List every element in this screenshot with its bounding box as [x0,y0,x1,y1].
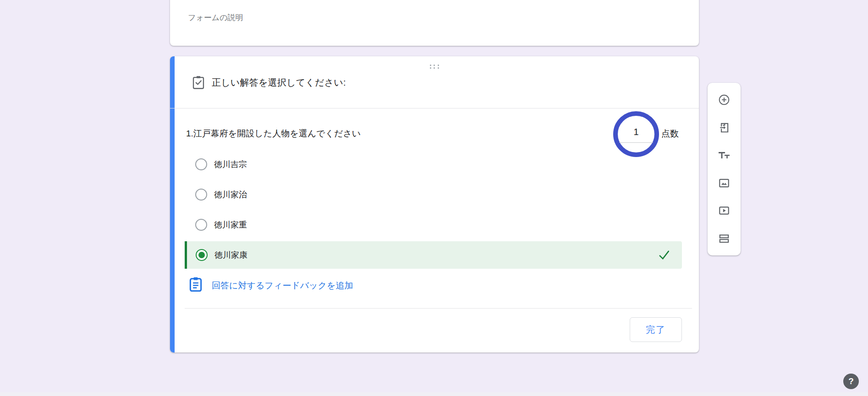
correct-answer-check-icon [658,249,670,261]
add-video-button[interactable] [713,201,735,220]
option-row[interactable]: 徳川吉宗 [185,152,684,176]
active-card-accent-bar [170,56,175,353]
option-row[interactable]: 徳川家重 [185,213,684,237]
add-image-button[interactable] [713,174,735,192]
radio-icon[interactable] [195,158,207,170]
add-question-icon [718,94,730,106]
add-section-icon [718,233,730,244]
footer-divider [185,308,692,309]
form-description-input[interactable]: フォームの説明 [188,12,243,23]
question-text[interactable]: 1.江戸幕府を開設した人物を選んでください [186,128,361,140]
feedback-clipboard-icon [189,277,202,292]
radio-icon[interactable] [195,219,207,231]
add-feedback-link[interactable]: 回答に対するフィードバックを追加 [189,276,382,295]
points-input[interactable]: 1 [618,127,654,137]
google-forms-edit-page: フォームの説明 正しい解答を選択してください: 1.江戸幕府を開設した人物を選ん… [0,0,868,396]
points-highlight-circle: 1 [613,111,659,157]
option-label[interactable]: 徳川家康 [214,250,247,260]
option-row[interactable]: 徳川家治 [185,183,684,206]
radio-selected-icon[interactable] [196,249,208,261]
add-title-text-icon [718,150,731,161]
form-description-card: フォームの説明 [170,0,699,46]
add-section-button[interactable] [713,229,735,248]
card-title[interactable]: 正しい解答を選択してください: [212,76,346,89]
add-feedback-label[interactable]: 回答に対するフィードバックを追加 [212,280,353,292]
viewport-bottom-strip [0,392,868,396]
option-label[interactable]: 徳川家重 [214,219,247,230]
header-divider [170,108,699,108]
add-title-text-button[interactable] [713,146,735,164]
add-image-icon [718,177,730,189]
help-button[interactable]: ? [843,374,859,389]
import-questions-button[interactable] [713,119,735,137]
option-label[interactable]: 徳川吉宗 [214,159,247,170]
points-label: 点数 [661,128,679,140]
drag-handle-icon[interactable] [429,64,440,69]
radio-icon[interactable] [195,189,207,201]
clipboard-check-icon [192,76,205,89]
done-button[interactable]: 完了 [630,317,682,342]
question-card: 正しい解答を選択してください: 1.江戸幕府を開設した人物を選んでください 1 … [170,56,699,353]
import-questions-icon [718,122,730,134]
option-label[interactable]: 徳川家治 [214,189,247,200]
points-input-underline [619,142,653,143]
add-video-icon [718,205,730,217]
add-question-button[interactable] [713,91,735,109]
option-row-correct-answer[interactable]: 徳川家康 [185,241,682,269]
floating-toolbar [708,83,741,255]
